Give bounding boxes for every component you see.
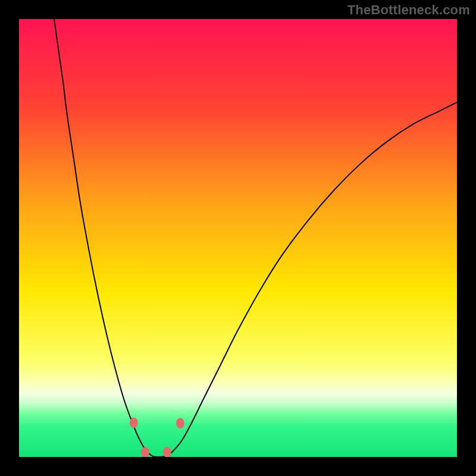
curve-marker <box>130 418 138 428</box>
chart-frame: TheBottleneck.com <box>0 0 476 476</box>
watermark-text: TheBottleneck.com <box>347 2 470 18</box>
plot-area <box>19 19 457 457</box>
gradient-background <box>19 19 457 457</box>
chart-svg <box>19 19 457 457</box>
curve-marker <box>176 418 184 428</box>
